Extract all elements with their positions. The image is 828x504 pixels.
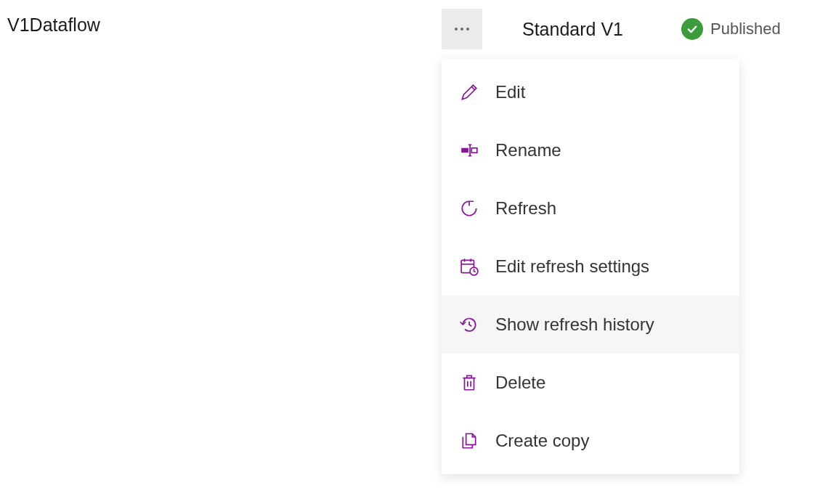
- menu-item-label: Refresh: [495, 198, 556, 219]
- menu-item-show-refresh-history[interactable]: Show refresh history: [442, 296, 739, 354]
- menu-item-label: Show refresh history: [495, 314, 654, 335]
- status-text: Published: [710, 20, 781, 38]
- trash-icon: [459, 373, 479, 393]
- dataflow-name[interactable]: V1Dataflow: [7, 15, 100, 36]
- menu-item-refresh[interactable]: Refresh: [442, 179, 739, 237]
- context-menu: Edit Rename Refresh: [442, 59, 739, 474]
- menu-item-label: Edit: [495, 82, 525, 102]
- calendar-clock-icon: [459, 256, 479, 277]
- more-options-button[interactable]: [442, 9, 482, 49]
- copy-icon: [459, 431, 479, 451]
- header-right-section: Standard V1 Published: [442, 9, 781, 49]
- history-icon: [459, 314, 479, 335]
- svg-rect-0: [461, 148, 468, 153]
- menu-item-create-copy[interactable]: Create copy: [442, 412, 739, 470]
- version-label: Standard V1: [522, 19, 623, 40]
- menu-item-label: Create copy: [495, 431, 589, 451]
- status-section: Published: [681, 18, 781, 40]
- check-circle-icon: [681, 18, 703, 40]
- menu-item-label: Edit refresh settings: [495, 256, 649, 277]
- menu-item-rename[interactable]: Rename: [442, 121, 739, 179]
- menu-item-edit-refresh-settings[interactable]: Edit refresh settings: [442, 237, 739, 296]
- menu-item-label: Delete: [495, 373, 545, 393]
- rename-icon: [459, 140, 479, 160]
- refresh-icon: [459, 198, 479, 219]
- more-icon: [455, 28, 469, 31]
- svg-rect-1: [471, 148, 477, 153]
- menu-item-label: Rename: [495, 140, 561, 160]
- menu-item-edit[interactable]: Edit: [442, 63, 739, 121]
- pencil-icon: [459, 82, 479, 102]
- menu-item-delete[interactable]: Delete: [442, 354, 739, 412]
